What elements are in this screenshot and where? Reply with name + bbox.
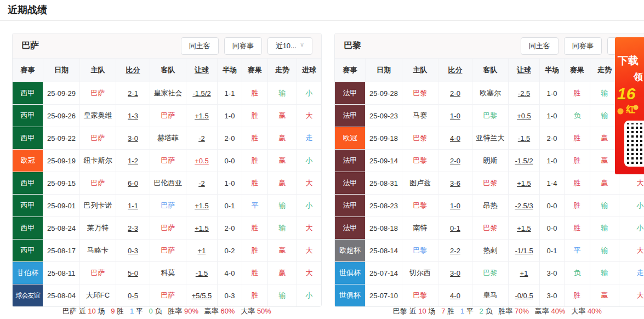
half-time-score: 2-0 xyxy=(540,127,565,149)
score-link[interactable]: 0-3 xyxy=(116,240,150,261)
score-link[interactable]: 2-1 xyxy=(116,82,150,104)
half-time-score: 0-1 xyxy=(218,195,242,217)
handicap-link[interactable]: -2 xyxy=(186,127,218,149)
table-row: 法甲25-09-14巴黎2-0朗斯-1.5/21-0胜赢 xyxy=(335,149,644,172)
table-row: 法甲25-08-31图卢兹3-6巴黎+1.51-4胜赢大 xyxy=(335,172,644,194)
score-link[interactable]: 1-3 xyxy=(116,105,150,127)
score-link[interactable]: 2-0 xyxy=(438,82,472,104)
table-row: 欧冠25-09-18巴黎4-0亚特兰大-1.52-0胜赢 xyxy=(335,127,644,149)
score-link[interactable]: 2-2 xyxy=(438,240,472,261)
score-link[interactable]: 1-1 xyxy=(116,195,150,217)
handicap-link[interactable]: -0/0.5 xyxy=(509,284,540,306)
handicap-link[interactable]: -1.5/2 xyxy=(509,150,540,172)
handicap-link[interactable]: -1.5 xyxy=(186,262,218,284)
col-header-8: 走势 xyxy=(268,59,297,82)
score-link[interactable]: 2-3 xyxy=(116,217,150,239)
score-link[interactable]: 3-0 xyxy=(116,127,150,149)
table-row: 法甲25-09-23马赛1-0巴黎+0.51-0负输 xyxy=(335,104,644,127)
col-header-4: 客队 xyxy=(472,59,509,82)
ad-claim-text: 领 xyxy=(634,71,644,83)
match-date: 25-09-29 xyxy=(43,82,80,104)
half-time-score: 0-1 xyxy=(540,240,565,261)
col-header-3[interactable]: 比分 xyxy=(438,59,472,82)
summary-segment: 巴黎 近 xyxy=(393,307,418,315)
score-link[interactable]: 4-0 xyxy=(438,284,472,306)
handicap-link[interactable]: +0.5 xyxy=(509,105,540,127)
score-link[interactable]: 1-0 xyxy=(438,195,472,217)
col-header-3[interactable]: 比分 xyxy=(116,59,150,82)
col-header-5[interactable]: 让球 xyxy=(509,59,540,82)
match-result: 平 xyxy=(565,240,590,261)
same-competition-button[interactable]: 同赛事 xyxy=(224,37,262,55)
match-result: 胜 xyxy=(242,105,268,127)
home-team: 巴萨 xyxy=(80,82,116,104)
handicap-link[interactable]: +1.5 xyxy=(186,195,218,217)
half-time-score: 1-0 xyxy=(540,150,565,172)
handicap-trend: 赢 xyxy=(268,240,297,261)
recent-count-dropdown[interactable]: 近10... ∨ xyxy=(267,37,312,55)
away-team: 皇家社会 xyxy=(150,82,186,104)
league-badge: 欧冠 xyxy=(335,127,366,149)
goals-over-under: 小 xyxy=(297,150,321,172)
handicap-link[interactable]: +5/5.5 xyxy=(186,284,218,306)
score-link[interactable]: 0-1 xyxy=(438,217,472,239)
col-header-7: 赛果 xyxy=(242,59,268,82)
handicap-link[interactable]: +1.5 xyxy=(186,217,218,239)
summary-segment: 10 xyxy=(88,307,95,315)
league-badge: 法甲 xyxy=(335,105,366,127)
match-result: 胜 xyxy=(565,150,590,172)
download-app-ad[interactable]: 下载 领 16 红 xyxy=(615,37,644,174)
half-time-score: 0-2 xyxy=(218,240,242,261)
match-date: 25-09-15 xyxy=(43,172,80,194)
score-link[interactable]: 6-0 xyxy=(116,172,150,194)
match-date: 25-08-18 xyxy=(366,217,402,239)
handicap-link[interactable]: +1.5 xyxy=(509,172,540,194)
handicap-link[interactable]: -2.5/3 xyxy=(509,195,540,217)
match-result: 胜 xyxy=(242,82,268,104)
handicap-link[interactable]: -2 xyxy=(186,172,218,194)
score-link[interactable]: 0-5 xyxy=(116,284,150,306)
table-row: 西甲25-09-01巴列卡诺1-1巴萨+1.50-1平输小 xyxy=(13,194,321,217)
score-link[interactable]: 3-6 xyxy=(438,172,472,194)
away-team: 巴萨 xyxy=(150,150,186,172)
goals-over-under: 大 xyxy=(297,217,321,239)
table-row: 西甲25-09-15巴萨6-0巴伦西亚-21-0胜赢大 xyxy=(13,172,321,194)
away-team: 欧塞尔 xyxy=(472,82,509,104)
col-header-4: 客队 xyxy=(150,59,186,82)
score-link[interactable]: 3-0 xyxy=(438,262,472,284)
goals-over-under: 大 xyxy=(297,172,321,194)
score-link[interactable]: 1-0 xyxy=(438,105,472,127)
score-link[interactable]: 1-2 xyxy=(116,150,150,172)
table-row: 西甲25-09-22巴萨3-0赫塔菲-22-0胜赢走 xyxy=(13,127,321,149)
score-link[interactable]: 5-0 xyxy=(116,262,150,284)
summary-segment: 大率 xyxy=(235,307,257,315)
handicap-link[interactable]: +0.5 xyxy=(186,150,218,172)
score-link[interactable]: 2-0 xyxy=(438,150,472,172)
handicap-link[interactable]: +1.5 xyxy=(509,217,540,239)
score-link[interactable]: 4-0 xyxy=(438,127,472,149)
handicap-link[interactable]: +1 xyxy=(509,262,540,284)
handicap-link[interactable]: +1.5 xyxy=(186,105,218,127)
same-home-away-button[interactable]: 同主客 xyxy=(521,37,558,55)
handicap-link[interactable]: +1 xyxy=(186,240,218,261)
match-date: 25-09-22 xyxy=(43,127,80,149)
away-team: 朗斯 xyxy=(472,150,509,172)
col-header-5[interactable]: 让球 xyxy=(186,59,218,82)
away-team: 巴萨 xyxy=(150,217,186,239)
home-team: 马略卡 xyxy=(80,240,116,261)
handicap-trend: 赢 xyxy=(268,172,297,194)
away-team: 昂热 xyxy=(472,195,509,217)
same-home-away-button[interactable]: 同主客 xyxy=(181,37,219,55)
table-body: 西甲25-09-29巴萨2-1皇家社会-1.5/21-1胜输小西甲25-09-2… xyxy=(13,82,321,306)
home-team: 纽卡斯尔 xyxy=(80,150,116,172)
handicap-link[interactable]: -1.5/2 xyxy=(186,82,218,104)
match-result: 胜 xyxy=(565,172,590,194)
handicap-link[interactable]: -2.5 xyxy=(509,82,540,104)
league-badge: 法甲 xyxy=(335,82,366,104)
handicap-link[interactable]: -1.5 xyxy=(509,127,540,149)
page-title: 近期战绩 xyxy=(8,3,47,16)
home-team: 巴萨 xyxy=(80,262,116,284)
league-badge: 西甲 xyxy=(13,217,43,239)
same-competition-button[interactable]: 同赛事 xyxy=(564,37,602,55)
handicap-link[interactable]: -1/1.5 xyxy=(509,240,540,261)
